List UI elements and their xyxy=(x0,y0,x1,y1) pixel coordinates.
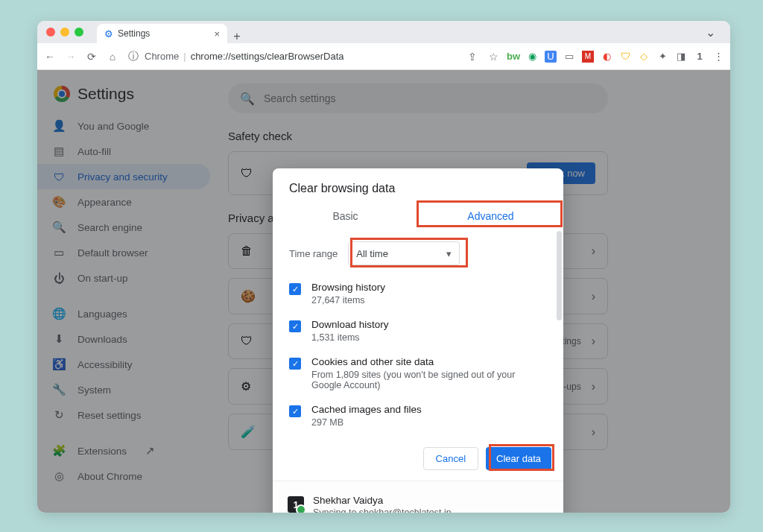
share-icon[interactable]: ⇪ xyxy=(466,51,479,63)
extension-icon[interactable]: ◇ xyxy=(638,51,650,63)
browser-tab-settings[interactable]: ⚙ Settings × xyxy=(97,24,227,43)
close-tab-icon[interactable]: × xyxy=(214,28,220,39)
tab-advanced[interactable]: Advanced xyxy=(418,203,563,231)
sync-account-row[interactable]: 1 Shekhar Vaidya Syncing to shekhar@tech… xyxy=(273,481,563,513)
checkbox-checked-icon[interactable]: ✓ xyxy=(289,320,301,332)
check-download-history[interactable]: ✓ Download history1,531 items xyxy=(289,314,547,352)
checkbox-checked-icon[interactable]: ✓ xyxy=(289,358,301,370)
account-name: Shekhar Vaidya xyxy=(313,495,452,506)
close-window-icon[interactable] xyxy=(46,28,55,37)
extension-icon[interactable]: U xyxy=(545,51,557,63)
chrome-window: ⚙ Settings × + ⌄ ← → ⟳ ⌂ ⓘ Chrome | chro… xyxy=(37,21,730,513)
url-path: chrome://settings/clearBrowserData xyxy=(191,51,344,62)
time-range-select[interactable]: All time ▾ xyxy=(348,241,460,265)
traffic-lights xyxy=(46,28,83,37)
settings-page: Settings 👤You and Google ▤Auto-fill 🛡Pri… xyxy=(37,70,730,513)
extension-icon[interactable]: ▭ xyxy=(563,51,575,63)
account-avatar-icon: 1 xyxy=(288,496,304,513)
info-icon: ⓘ xyxy=(127,50,140,63)
extension-icon[interactable]: 🛡 xyxy=(619,51,631,63)
clear-data-button[interactable]: Clear data xyxy=(486,447,551,470)
home-button[interactable]: ⌂ xyxy=(106,51,119,63)
puzzle-icon[interactable]: ✦ xyxy=(656,51,668,63)
checkbox-checked-icon[interactable]: ✓ xyxy=(289,283,301,295)
forward-button[interactable]: → xyxy=(64,51,77,63)
time-range-row: Time range All time ▾ xyxy=(289,241,547,265)
extension-icon[interactable]: ◉ xyxy=(526,51,538,63)
cancel-button[interactable]: Cancel xyxy=(423,447,478,470)
tab-title: Settings xyxy=(118,28,150,39)
dialog-actions: Cancel Clear data xyxy=(273,441,563,481)
extension-icon[interactable]: 1 xyxy=(694,51,706,63)
tab-basic[interactable]: Basic xyxy=(273,203,418,231)
dialog-tabs: Basic Advanced xyxy=(273,203,563,231)
time-range-label: Time range xyxy=(289,248,338,259)
chevron-down-icon: ▾ xyxy=(446,248,452,259)
new-tab-button[interactable]: + xyxy=(227,30,247,43)
reload-button[interactable]: ⟳ xyxy=(85,51,98,63)
address-bar[interactable]: ⓘ Chrome | chrome://settings/clearBrowse… xyxy=(127,50,458,63)
fullscreen-window-icon[interactable] xyxy=(75,28,83,37)
window-titlebar: ⚙ Settings × + ⌄ xyxy=(37,21,730,43)
extension-icon[interactable]: bw xyxy=(507,51,519,63)
check-cookies[interactable]: ✓ Cookies and other site dataFrom 1,809 … xyxy=(289,352,547,399)
chevron-down-icon[interactable]: ⌄ xyxy=(706,25,715,39)
check-browsing-history[interactable]: ✓ Browsing history27,647 items xyxy=(289,277,547,314)
minimize-window-icon[interactable] xyxy=(60,28,69,37)
toolbar: ← → ⟳ ⌂ ⓘ Chrome | chrome://settings/cle… xyxy=(37,43,730,70)
tab-strip: ⚙ Settings × + xyxy=(97,21,247,43)
checkbox-checked-icon[interactable]: ✓ xyxy=(289,405,301,417)
check-cache[interactable]: ✓ Cached images and files297 MB xyxy=(289,399,547,437)
star-icon[interactable]: ☆ xyxy=(487,51,500,63)
gear-icon: ⚙ xyxy=(104,28,113,39)
extension-icon[interactable]: M xyxy=(582,51,594,63)
extensions-row: bw ◉ U ▭ M ◐ 🛡 ◇ ✦ ◨ 1 ⋮ xyxy=(507,51,724,63)
back-button[interactable]: ← xyxy=(43,51,57,63)
account-email: Syncing to shekhar@techlatest.in xyxy=(313,507,452,513)
menu-icon[interactable]: ⋮ xyxy=(712,51,724,63)
dialog-title: Clear browsing data xyxy=(273,168,563,203)
clear-browsing-data-dialog: Clear browsing data Basic Advanced Time … xyxy=(273,168,563,513)
dialog-body: Time range All time ▾ ✓ Browsing history… xyxy=(273,231,563,441)
extension-icon[interactable]: ◨ xyxy=(675,51,687,63)
scrollbar[interactable] xyxy=(557,231,562,320)
extension-icon[interactable]: ◐ xyxy=(601,51,612,63)
url-prefix: Chrome xyxy=(145,51,179,62)
